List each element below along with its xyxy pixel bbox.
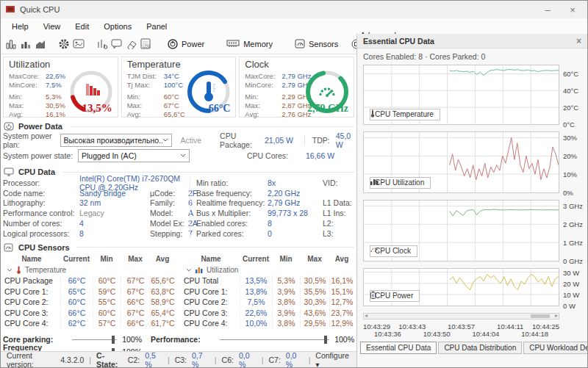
thermometer-icon bbox=[16, 266, 21, 274]
tab-cpu-workload-delegation[interactable]: CPU Workload Delegation bbox=[523, 342, 588, 354]
chevron-down-icon bbox=[162, 138, 168, 142]
area-chart-icon[interactable] bbox=[35, 37, 46, 51]
sensors-toolbar-button[interactable]: Sensors bbox=[290, 37, 343, 50]
configure-dropdown[interactable]: Configure ▾ bbox=[315, 351, 351, 368]
menu-bar: Help View Edit Options Panel bbox=[1, 18, 587, 34]
bar-chart-outline-icon[interactable] bbox=[5, 37, 17, 51]
cpu-sensors-title: CPU Sensors bbox=[18, 243, 70, 252]
clock-card-title: Clock bbox=[245, 59, 348, 70]
table-row: CPU Package66°C60°C67°C65,6°C bbox=[3, 275, 175, 286]
cores-summary: Cores Enabled: 8 · Cores Parked: 0 bbox=[357, 48, 587, 65]
cpu-package-value: 21,05 W bbox=[265, 136, 297, 145]
bars-icon bbox=[370, 178, 379, 185]
temperature-group-row[interactable]: Temperature bbox=[3, 264, 175, 275]
panel-tabs: Essential CPU Data CPU Data Distribution… bbox=[357, 339, 587, 356]
cpu-data-icon bbox=[3, 167, 14, 177]
scroll-left-icon[interactable]: ◂ bbox=[365, 312, 368, 319]
gauge-cards: Utilization MaxCore:22,6% MinCore:7,5% M… bbox=[3, 57, 354, 118]
power-axis-labels: 30 W20 W10 W0 W bbox=[559, 268, 586, 306]
cpu-data-left: Processor:Intel(R) Core(TM) i7-2670QM CP… bbox=[3, 178, 190, 239]
axis-tick-label: 30% bbox=[563, 134, 577, 142]
cpu-clock-badge[interactable]: CPU Clock bbox=[370, 245, 417, 257]
battery-icon bbox=[370, 291, 376, 299]
power-data-icon bbox=[3, 122, 14, 131]
cpu-clock-chart-row: CPU Clock 3 GHz2 GHz1 GHz0 GHz bbox=[363, 200, 586, 261]
axis-tick-label: 0 W bbox=[563, 302, 576, 310]
utilization-group-row[interactable]: Utilization bbox=[182, 264, 354, 275]
cpu-clock-chart: CPU Clock bbox=[363, 200, 559, 261]
bar-chart-filled-icon[interactable] bbox=[20, 37, 32, 51]
axis-tick-label: 40°C bbox=[563, 87, 578, 95]
utilization-sensor-table: NameCurrentMinMaxAvg Utilization CPU Tot… bbox=[182, 253, 354, 329]
status-bar: Current version: 4.3.2.0 | C-State: C2:0… bbox=[1, 351, 356, 367]
menu-view[interactable]: View bbox=[37, 21, 68, 32]
image-icon[interactable] bbox=[73, 37, 85, 51]
cpu-sensors-section: CPU Sensors NameCurrentMinMaxAvg Tempera… bbox=[3, 242, 354, 329]
version-value: 4.3.2.0 bbox=[60, 356, 84, 364]
temperature-sensor-table: NameCurrentMinMaxAvg Temperature CPU Pac… bbox=[3, 253, 175, 329]
memory-toolbar-button[interactable]: Memory bbox=[221, 38, 278, 50]
slider-thumb[interactable] bbox=[112, 336, 115, 344]
chevron-down-icon: ▾ bbox=[315, 360, 319, 368]
axis-tick-label: 1 GHz bbox=[563, 239, 583, 247]
log-file-icon[interactable]: LOG bbox=[140, 37, 151, 51]
cpu-utilization-chart-row: CPU Utilization 30%20%10%0% bbox=[363, 131, 586, 193]
essential-cpu-data-panel: Essential CPU Data × Cores Enabled: 8 · … bbox=[356, 34, 587, 367]
cpu-power-badge[interactable]: CPU Power bbox=[370, 290, 420, 302]
table-row: CPU Total13,5%5,3%30,5%16,1% bbox=[182, 275, 354, 286]
menu-edit[interactable]: Edit bbox=[68, 21, 96, 32]
eraser-icon[interactable] bbox=[126, 37, 137, 51]
axis-tick-label: 20°C bbox=[563, 104, 578, 112]
cpu-utilization-chart: CPU Utilization bbox=[363, 131, 559, 193]
cpu-temperature-badge[interactable]: CPU Temperature bbox=[370, 109, 440, 120]
axis-tick-label: 0 GHz bbox=[563, 257, 583, 265]
table-row: CPU Core 2:7,5%3,8%30,3%12,7% bbox=[182, 297, 354, 308]
cpu-sensors-icon bbox=[3, 242, 14, 252]
c6-value: 0,0 % bbox=[239, 351, 257, 368]
thermometer-icon bbox=[204, 82, 215, 101]
tab-essential-cpu-data[interactable]: Essential CPU Data bbox=[360, 342, 437, 354]
axis-tick-label: 20 W bbox=[563, 280, 579, 288]
axis-tick-label: 3 GHz bbox=[563, 202, 583, 210]
active-label: Active bbox=[181, 136, 210, 145]
minimize-button[interactable]: – bbox=[537, 4, 558, 15]
cpu-power-chart: CPU Power bbox=[363, 268, 559, 306]
temperature-card-title: Temperature bbox=[127, 59, 231, 70]
scroll-right-icon[interactable]: ▸ bbox=[555, 312, 558, 319]
axis-tick-label: 30 W bbox=[563, 269, 579, 277]
scrollbar-thumb[interactable] bbox=[531, 314, 550, 318]
power-plan-select[interactable]: Высокая производительно... bbox=[60, 134, 172, 147]
table-row: CPU Core 4:62°C57°C66°C61,7°C bbox=[3, 318, 175, 329]
main-area: LOG Power Memory Sensors Advanced CPU Se… bbox=[1, 34, 356, 367]
menu-options[interactable]: Options bbox=[97, 21, 138, 32]
svg-text:LOG: LOG bbox=[143, 44, 151, 48]
left-content: Utilization MaxCore:22,6% MinCore:7,5% M… bbox=[1, 54, 356, 351]
bars-icon bbox=[196, 266, 203, 273]
temperature-value: 66°C bbox=[209, 103, 231, 115]
frequency-scaling-slider[interactable] bbox=[72, 347, 117, 351]
power-state-select[interactable]: Plugged In (AC) bbox=[78, 149, 190, 162]
utilization-card: Utilization MaxCore:22,6% MinCore:7,5% M… bbox=[3, 57, 118, 118]
cpu-settings-icon bbox=[351, 39, 356, 49]
menu-help[interactable]: Help bbox=[5, 21, 35, 32]
chart-horizontal-scrollbar[interactable]: ◂ ▸ bbox=[363, 313, 559, 320]
processor-label: Processor: bbox=[3, 178, 79, 187]
core-parking-slider[interactable] bbox=[72, 335, 117, 344]
performance-slider[interactable] bbox=[220, 335, 329, 344]
performance-label: Performance: bbox=[151, 335, 220, 344]
close-window-button[interactable]: × bbox=[562, 4, 583, 15]
tab-cpu-data-distribution[interactable]: CPU Data Distribution bbox=[438, 342, 522, 354]
gear-icon[interactable] bbox=[58, 37, 70, 51]
chevron-down-icon bbox=[186, 268, 192, 272]
cpu-cores-value: 16,66 W bbox=[306, 151, 348, 160]
menu-panel[interactable]: Panel bbox=[140, 21, 173, 32]
c2-value: 0,5 % bbox=[145, 351, 162, 368]
comment-icon[interactable] bbox=[111, 37, 123, 51]
power-toolbar-button[interactable]: Power bbox=[162, 37, 209, 51]
slider-thumb[interactable] bbox=[112, 348, 115, 351]
slider-thumb[interactable] bbox=[324, 336, 327, 344]
panel-close-icon[interactable]: × bbox=[576, 36, 581, 46]
frequency-scaling-label: Frequency scaling: bbox=[3, 343, 72, 351]
chart-settings-icon[interactable] bbox=[96, 37, 108, 51]
cpu-utilization-badge[interactable]: CPU Utilization bbox=[370, 177, 431, 189]
